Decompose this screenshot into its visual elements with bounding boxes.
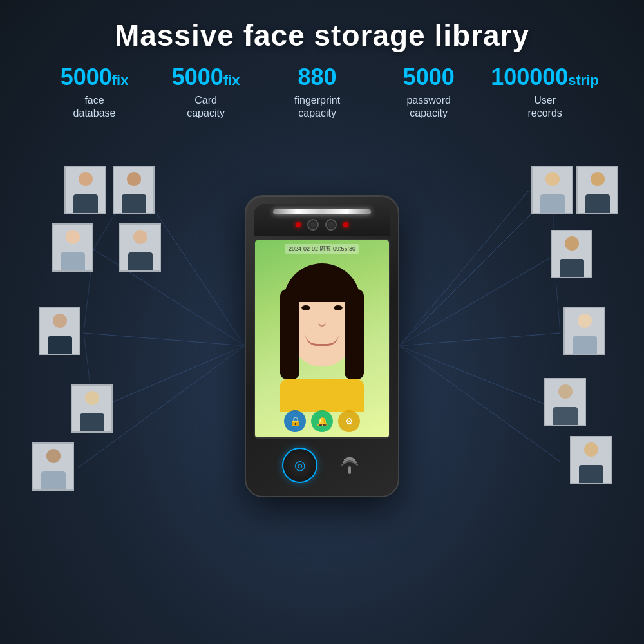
fingerprint-icon: ◎: [294, 457, 305, 473]
svg-line-9: [399, 191, 554, 346]
ir-dot-right: [343, 222, 348, 227]
stat-number-fp: 880: [268, 64, 366, 90]
face-db-unit: fix: [112, 72, 129, 88]
face-thumb-7: [32, 442, 74, 491]
card-cap-label1: Card: [194, 95, 217, 106]
screen-face-illustration: [280, 263, 364, 412]
stat-fingerprint: 880 fingerprint capacity: [261, 64, 373, 120]
face-db-number: 5000: [61, 64, 112, 90]
hair-right: [345, 289, 364, 379]
face-thumb-8: [531, 166, 573, 214]
svg-line-3: [93, 346, 245, 410]
face-thumb-12: [544, 378, 586, 426]
pw-label: password capacity: [379, 94, 478, 121]
ir-dot-left: [296, 222, 301, 227]
device-bottom: ◎: [254, 448, 390, 483]
face-body: [280, 379, 364, 412]
face-thumb-4: [119, 223, 161, 272]
svg-line-11: [399, 333, 560, 346]
face-thumb-13: [570, 436, 612, 484]
ur-number: 100000: [491, 64, 568, 90]
face-thumb-10: [551, 230, 592, 278]
card-cap-label: Card capacity: [156, 94, 255, 121]
card-cap-unit: fix: [223, 72, 240, 88]
led-strip: [273, 209, 371, 214]
ur-label2: records: [527, 108, 562, 118]
device-body: 2024-02-02 周五 09:55:30: [245, 195, 399, 497]
face-db-label2: database: [73, 108, 116, 118]
fp-label: fingerprint capacity: [268, 94, 366, 121]
nfc-icon: [337, 452, 363, 478]
ur-unit: strip: [568, 72, 599, 88]
stat-number-card: 5000fix: [156, 64, 255, 90]
stat-number-pw: 5000: [379, 64, 478, 90]
screen-icons: 🔒 🔔 ⚙: [284, 410, 360, 432]
stat-face-database: 5000fix face database: [39, 64, 150, 120]
stat-password: 5000 password capacity: [373, 64, 484, 120]
stat-user-records: 100000strip User records: [484, 64, 605, 120]
svg-line-8: [399, 191, 528, 346]
face-thumb-1: [64, 166, 106, 214]
pw-label2: capacity: [410, 108, 448, 118]
svg-line-2: [84, 333, 245, 346]
stat-card-capacity: 5000fix Card capacity: [150, 64, 261, 120]
bell-icon-btn[interactable]: 🔔: [311, 410, 333, 432]
face-thumb-5: [39, 307, 80, 355]
card-cap-number: 5000: [172, 64, 223, 90]
stats-row: 5000fix face database 5000fix Card capac…: [0, 64, 644, 120]
fp-label2: capacity: [298, 108, 336, 118]
stat-number-ur: 100000strip: [491, 64, 599, 90]
device: 2024-02-02 周五 09:55:30: [245, 195, 399, 497]
pw-label1: password: [406, 95, 450, 106]
fp-number: 880: [298, 64, 337, 90]
settings-icon-btn[interactable]: ⚙: [338, 410, 360, 432]
device-screen: 2024-02-02 周五 09:55:30: [254, 239, 390, 439]
face-thumb-2: [113, 166, 155, 214]
svg-line-10: [399, 256, 554, 346]
face-thumb-3: [52, 223, 93, 272]
face-thumb-9: [576, 166, 618, 214]
page-title: Massive face storage library: [0, 0, 644, 53]
face-thumb-11: [564, 307, 605, 355]
face-db-label1: face: [84, 95, 104, 106]
camera-right: [325, 219, 337, 231]
pw-number: 5000: [403, 64, 455, 90]
face-thumb-6: [71, 384, 113, 433]
ur-label1: User: [534, 95, 556, 106]
svg-line-12: [399, 346, 544, 404]
ur-label: User records: [491, 94, 599, 121]
screen-datetime: 2024-02-02 周五 09:55:30: [285, 244, 359, 254]
fingerprint-button[interactable]: ◎: [282, 448, 317, 483]
svg-rect-17: [348, 466, 351, 474]
svg-line-1: [93, 249, 245, 346]
stat-number-face: 5000fix: [45, 64, 144, 90]
lock-icon-btn[interactable]: 🔒: [284, 410, 306, 432]
device-top: [254, 204, 390, 236]
device-section: 2024-02-02 周五 09:55:30: [0, 127, 644, 565]
svg-line-13: [399, 346, 560, 462]
fp-label1: fingerprint: [294, 95, 340, 106]
camera-left: [307, 219, 319, 231]
face-db-label: face database: [45, 94, 144, 121]
card-cap-label2: capacity: [187, 108, 225, 118]
page-content: Massive face storage library 5000fix fac…: [0, 0, 644, 644]
hair-left: [280, 289, 299, 379]
